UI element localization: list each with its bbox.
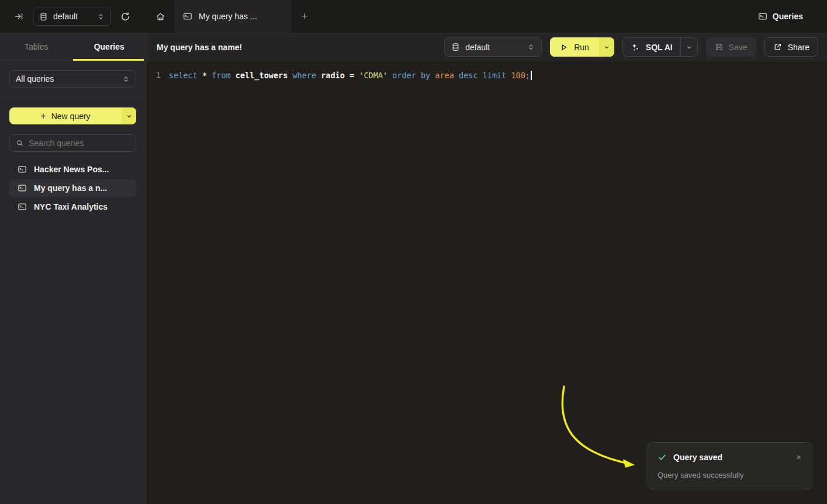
query-list-item-nyc-taxi[interactable]: NYC Taxi Analytics [9, 198, 136, 215]
save-button[interactable]: Save [706, 37, 756, 57]
sql-token [478, 71, 483, 80]
sidebar-tab-queries[interactable]: Queries [73, 33, 146, 60]
sql-token: from [212, 71, 231, 80]
check-icon [658, 453, 667, 462]
sidebar-divider [0, 97, 146, 98]
share-button[interactable]: Share [764, 37, 818, 57]
line-number: 1 [146, 71, 161, 79]
sql-token [207, 71, 212, 80]
plus-icon: + [301, 10, 307, 23]
database-selector-value: default [465, 43, 490, 52]
sql-token [416, 71, 421, 80]
plus-icon: + [40, 112, 46, 121]
query-filter-select[interactable]: All queries [9, 70, 136, 88]
sql-token [345, 71, 350, 80]
close-icon: × [796, 452, 801, 462]
sidebar-tab-queries-label: Queries [94, 42, 124, 51]
text-cursor [531, 71, 532, 80]
query-list: Hacker News Pos... My query has a n... [9, 161, 136, 215]
run-button[interactable]: Run [550, 37, 614, 57]
share-button-label: Share [788, 43, 809, 52]
sidebar-tabs: Tables Queries [0, 33, 146, 61]
database-icon [451, 43, 460, 51]
sql-token: order [392, 71, 416, 80]
topbar-left-section: default [0, 0, 146, 33]
query-title: My query has a name! [157, 43, 242, 52]
sql-ai-label: SQL AI [646, 43, 673, 52]
sql-token: select [169, 71, 198, 80]
sidebar-tab-tables[interactable]: Tables [0, 33, 73, 60]
main-area: My query has a name! default [146, 33, 827, 504]
chevron-updown-icon [122, 75, 130, 83]
collapse-sidebar-button[interactable] [12, 9, 26, 23]
database-icon [39, 12, 48, 21]
chevron-down-icon [603, 44, 610, 51]
sidebar: Tables Queries All queries + New query [0, 33, 146, 504]
sql-token: * [202, 71, 207, 80]
database-selector-topbar[interactable]: default [33, 8, 111, 26]
sql-ai-dropdown[interactable] [680, 38, 697, 56]
run-button-main[interactable]: Run [550, 37, 599, 57]
new-query-label: New query [51, 112, 91, 121]
search-icon [16, 139, 24, 147]
new-tab-button[interactable]: + [291, 0, 318, 33]
new-query-dropdown[interactable] [122, 107, 136, 124]
search-queries-input[interactable] [29, 138, 130, 148]
play-icon [560, 43, 568, 51]
sql-token: desc [459, 71, 478, 80]
query-list-item-hacker-news[interactable]: Hacker News Pos... [9, 161, 136, 178]
share-export-icon [773, 43, 782, 51]
queries-indicator[interactable]: Queries [758, 0, 827, 33]
sidebar-body: All queries + New query [0, 61, 146, 225]
new-query-main: + New query [9, 107, 122, 124]
sql-token: radio [321, 71, 345, 80]
toast-close-button[interactable]: × [794, 451, 804, 463]
pin-right-icon [14, 12, 23, 21]
sql-token: ; [525, 71, 530, 80]
tab-my-query[interactable]: My query has ... [174, 0, 291, 33]
query-terminal-icon [758, 12, 767, 21]
sql-editor[interactable]: 1 select * from cell_towers where radio … [146, 61, 827, 504]
home-tab-button[interactable] [146, 0, 174, 33]
sparkle-icon [631, 43, 640, 52]
sql-token: limit [483, 71, 507, 80]
search-queries-box [9, 134, 136, 152]
sql-token: where [292, 71, 316, 80]
sql-token: 100 [511, 71, 525, 80]
top-bar: default [0, 0, 827, 33]
chevron-updown-icon [97, 13, 105, 20]
code-line-content: select * from cell_towers where radio = … [169, 71, 532, 80]
sql-token: by [421, 71, 430, 80]
chevron-down-icon [686, 44, 693, 51]
query-terminal-icon [183, 12, 192, 21]
sql-token [454, 71, 459, 80]
query-item-label: My query has a n... [34, 183, 107, 193]
refresh-icon [120, 12, 130, 22]
sidebar-tab-tables-label: Tables [25, 42, 48, 51]
sql-token: = [350, 71, 354, 80]
query-toolbar: My query has a name! default [146, 33, 827, 61]
sql-token: area [435, 71, 454, 80]
database-selector-value: default [53, 12, 78, 21]
database-selector-toolbar[interactable]: default [444, 37, 542, 57]
chevron-down-icon [126, 113, 133, 120]
query-list-item-my-query[interactable]: My query has a n... [9, 179, 136, 197]
chevron-updown-icon [527, 43, 535, 51]
run-button-label: Run [574, 43, 589, 52]
sql-token [231, 71, 236, 80]
refresh-button[interactable] [118, 9, 133, 24]
toast-title: Query saved [673, 453, 722, 462]
query-filter-value: All queries [16, 74, 54, 84]
query-terminal-icon [18, 165, 27, 174]
sql-token: 'CDMA' [359, 71, 387, 80]
query-item-label: Hacker News Pos... [34, 165, 109, 174]
save-icon [715, 43, 724, 51]
sql-ai-main[interactable]: SQL AI [623, 38, 680, 56]
run-options-dropdown[interactable] [599, 37, 614, 57]
sql-token [198, 71, 202, 80]
code-line-1[interactable]: 1 select * from cell_towers where radio … [146, 69, 827, 81]
new-query-button[interactable]: + New query [9, 107, 136, 124]
tab-strip: My query has ... + [146, 0, 318, 33]
sql-ai-button[interactable]: SQL AI [622, 37, 698, 57]
active-tab-underline [73, 59, 144, 61]
